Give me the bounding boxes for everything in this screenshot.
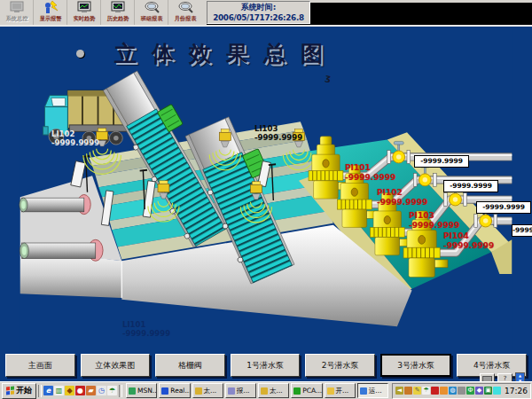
taskbar-clock: 17:26 xyxy=(505,387,528,395)
history-trend-button[interactable]: 历史趋势 xyxy=(101,0,135,25)
plant-overview-scene: 立体效果总图 ʒ LI102 -9999.9999 LI103 -9999.99… xyxy=(0,27,532,351)
folder-icon xyxy=(327,387,334,395)
show-alarms-button[interactable]: 显示报警 xyxy=(34,0,67,25)
tray-diamond-icon[interactable]: ◆ xyxy=(475,387,483,395)
runtime-icon xyxy=(360,387,367,395)
system-tray: ◄ ✎ ☂ ◍ Ф ◆ ▣ 17:26 xyxy=(392,383,531,399)
task-msn[interactable]: MSN... xyxy=(126,383,157,398)
nav-pump3-button[interactable]: 3号潜水泵 xyxy=(380,354,452,377)
task-realplayer[interactable]: Real... xyxy=(159,383,190,398)
monthly-report-button[interactable]: 月份报表 xyxy=(168,0,202,25)
tray-red-icon[interactable] xyxy=(431,387,439,395)
inlet-pipe-lower xyxy=(20,239,103,261)
page-nav-bar: 主画面 立体效果图 格栅阀 1号潜水泵 2号潜水泵 3号潜水泵 4号潜水泵 ? … xyxy=(0,351,532,381)
document-icon xyxy=(195,387,202,395)
history-trend-icon xyxy=(110,1,126,15)
task-runtime[interactable]: 运... xyxy=(357,383,388,398)
nav-pump1-button[interactable]: 1号潜水泵 xyxy=(231,354,301,377)
tray-gray-icon[interactable] xyxy=(458,387,466,395)
tray-active-icon[interactable] xyxy=(493,387,501,395)
tray-umbrella-icon[interactable]: ☂ xyxy=(422,387,430,395)
toolbar-button-label: 显示报警 xyxy=(39,15,61,22)
taskbar-divider xyxy=(38,385,42,397)
system-monitor-icon xyxy=(9,1,25,15)
toolbar-buttons: 系统总控 显示报警 实时趋势 历史趋势 xyxy=(0,0,207,25)
shift-report-icon xyxy=(144,1,160,15)
tray-note-icon[interactable]: ✎ xyxy=(413,387,421,395)
toolbar-button-label: 历史趋势 xyxy=(106,15,129,22)
tray-app-icon[interactable] xyxy=(404,387,412,395)
document-icon xyxy=(228,387,235,395)
pca-icon xyxy=(293,387,301,395)
umbrella-icon[interactable]: ☂ xyxy=(107,386,117,395)
task-doc2[interactable]: 报... xyxy=(225,383,256,398)
document-icon xyxy=(261,387,268,395)
nav-3d-overview-button[interactable]: 立体效果图 xyxy=(81,354,151,377)
msn-icon xyxy=(129,387,136,395)
nav-screen-valve-button[interactable]: 格栅阀 xyxy=(155,354,225,377)
start-label: 开始 xyxy=(16,385,32,396)
realplayer-icon xyxy=(161,387,168,395)
system-time-label: 系统时间: xyxy=(207,2,309,13)
start-button[interactable]: 开始 xyxy=(2,383,36,399)
toolbar-button-label: 月份报表 xyxy=(175,15,197,22)
realtime-trend-icon xyxy=(76,1,92,15)
tray-green-icon[interactable]: Ф xyxy=(466,387,474,395)
scada-window: 系统总控 显示报警 实时趋势 历史趋势 xyxy=(0,0,532,399)
chart-icon[interactable]: ▥ xyxy=(54,386,64,395)
system-time-value: 2006/05/1717:26:26.8 xyxy=(207,13,309,23)
task-pca[interactable]: PCA... xyxy=(291,383,322,398)
tray-monitor-icon[interactable]: ▣ xyxy=(484,387,492,395)
toolbar-button-label: 班组报表 xyxy=(140,15,162,22)
toolbar-button-label: 系统总控 xyxy=(5,15,27,22)
red-app-icon[interactable]: ● xyxy=(75,386,85,395)
plant-scene-svg xyxy=(0,27,532,351)
task-buttons: MSN... Real... 太... 报... 太... PCA... 开..… xyxy=(126,383,390,398)
task-doc1[interactable]: 太... xyxy=(192,383,223,398)
taskbar-divider xyxy=(119,385,122,397)
nav-main-screen-button[interactable]: 主画面 xyxy=(5,354,75,377)
clock-app-icon[interactable]: ◷ xyxy=(97,386,106,395)
paint-icon[interactable]: ▰ xyxy=(86,386,96,395)
tray-globe-icon[interactable]: ◍ xyxy=(449,387,457,395)
alarm-lightning-icon xyxy=(43,1,59,15)
realtime-trend-button[interactable]: 实时趋势 xyxy=(67,0,101,25)
nav-pump2-button[interactable]: 2号潜水泵 xyxy=(305,354,375,377)
shield-icon[interactable]: ◆ xyxy=(65,386,74,395)
task-folder[interactable]: 开... xyxy=(325,383,356,398)
quick-launch: e ▥ ◆ ● ▰ ◷ ☂ xyxy=(43,386,117,395)
toolbar-button-label: 实时趋势 xyxy=(73,15,95,22)
system-control-button[interactable]: 系统总控 xyxy=(0,0,34,25)
tray-orange-icon[interactable] xyxy=(440,387,448,395)
ie-icon[interactable]: e xyxy=(43,386,53,395)
system-time-panel: 系统时间: 2006/05/1717:26:26.8 xyxy=(207,1,310,24)
windows-logo-icon xyxy=(6,387,14,395)
monthly-report-icon xyxy=(177,1,193,15)
volume-icon[interactable]: ◄ xyxy=(395,387,403,395)
shift-report-button[interactable]: 班组报表 xyxy=(135,0,168,25)
windows-taskbar: 开始 e ▥ ◆ ● ▰ ◷ ☂ MSN... Real... 太... 报..… xyxy=(0,381,532,399)
toolbar: 系统总控 显示报警 实时趋势 历史趋势 xyxy=(0,0,532,27)
task-doc3[interactable]: 太... xyxy=(258,383,289,398)
